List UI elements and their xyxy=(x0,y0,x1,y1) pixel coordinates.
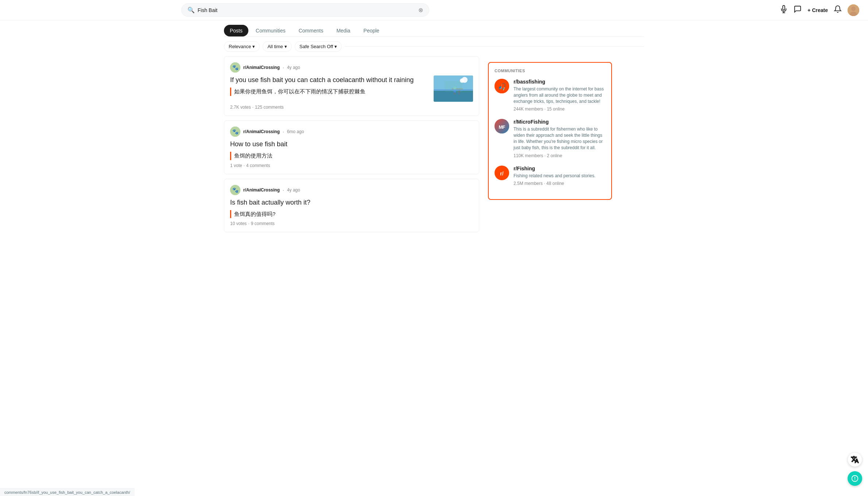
safe-search-filter[interactable]: Safe Search Off ▾ xyxy=(295,41,342,52)
comments-count: 125 comments xyxy=(255,105,284,110)
post-footer: 1 vote · 4 comments xyxy=(230,163,473,168)
search-tabs: Posts Communities Comments Media People xyxy=(224,20,644,37)
post-header: 🐾 r/AnimalCrossing · 4y ago xyxy=(230,185,473,195)
community-stats: 2.5M members · 48 online xyxy=(514,181,605,186)
search-input[interactable] xyxy=(198,7,415,13)
post-time: 4y ago xyxy=(287,65,300,70)
community-icon: r/ xyxy=(495,166,509,180)
chevron-down-icon: ▾ xyxy=(334,44,337,49)
relevance-filter[interactable]: Relevance ▾ xyxy=(224,41,260,52)
subreddit-name[interactable]: r/AnimalCrossing xyxy=(243,187,280,193)
tab-comments[interactable]: Comments xyxy=(293,25,329,36)
post-card[interactable]: 🐾 r/AnimalCrossing · 4y ago If you use f… xyxy=(224,56,479,116)
right-sidebar: COMMUNITIES 🎣 r/bassfishing The largest … xyxy=(488,62,612,237)
clear-icon[interactable]: ⊗ xyxy=(418,7,423,13)
create-label: + Create xyxy=(807,7,828,13)
post-subtitle: 如果你使用鱼饵，你可以在不下雨的情况下捕获腔棘鱼 xyxy=(230,88,428,96)
post-subtitle: 鱼饵的使用方法 xyxy=(230,152,473,160)
post-header: 🐾 r/AnimalCrossing · 4y ago xyxy=(230,62,473,73)
post-title: How to use fish bait xyxy=(230,140,473,149)
chevron-down-icon: ▾ xyxy=(252,44,255,49)
community-name: r/Fishing xyxy=(514,166,605,171)
post-text: If you use fish bait you can catch a coe… xyxy=(230,75,428,102)
community-item[interactable]: r/ r/Fishing Fishing related news and pe… xyxy=(495,166,605,186)
search-icon: 🔍 xyxy=(187,7,195,13)
svg-text:🐾: 🐾 xyxy=(232,187,239,193)
community-name: r/MicroFishing xyxy=(514,119,605,125)
community-info: r/MicroFishing This is a subreddit for f… xyxy=(514,119,605,158)
header: 🔍 ⊗ + Create xyxy=(0,0,868,20)
post-thumbnail xyxy=(434,75,473,102)
tab-posts[interactable]: Posts xyxy=(224,25,248,36)
svg-text:🐾: 🐾 xyxy=(232,65,239,71)
community-item[interactable]: 🎣 r/bassfishing The largest community on… xyxy=(495,79,605,112)
votes-count: 10 votes xyxy=(230,221,247,226)
post-time: 6mo ago xyxy=(287,129,304,134)
post-body: If you use fish bait you can catch a coe… xyxy=(230,75,473,102)
chevron-down-icon: ▾ xyxy=(284,44,287,49)
subreddit-avatar: 🐾 xyxy=(230,127,240,137)
time-filter[interactable]: All time ▾ xyxy=(263,41,292,52)
community-icon: MF xyxy=(495,119,509,133)
community-stats: 244K members · 15 online xyxy=(514,106,605,112)
community-description: The largest community on the internet fo… xyxy=(514,86,605,104)
header-right: + Create xyxy=(780,4,859,16)
community-description: This is a subreddit for fishermen who li… xyxy=(514,126,605,151)
subreddit-avatar: 🐾 xyxy=(230,185,240,195)
community-item[interactable]: MF r/MicroFishing This is a subreddit fo… xyxy=(495,119,605,158)
svg-rect-15 xyxy=(434,75,473,91)
post-title: If you use fish bait you can catch a coe… xyxy=(230,75,428,85)
post-time: 4y ago xyxy=(287,187,300,193)
post-title: Is fish bait actually worth it? xyxy=(230,198,473,207)
user-avatar[interactable] xyxy=(848,4,859,16)
community-icon: 🎣 xyxy=(495,79,509,93)
community-info: r/Fishing Fishing related news and perso… xyxy=(514,166,605,186)
subreddit-name[interactable]: r/AnimalCrossing xyxy=(243,129,280,134)
post-subtitle: 鱼饵真的值得吗? xyxy=(230,210,473,218)
community-info: r/bassfishing The largest community on t… xyxy=(514,79,605,112)
post-card[interactable]: 🐾 r/AnimalCrossing · 6mo ago How to use … xyxy=(224,120,479,174)
svg-text:🎣: 🎣 xyxy=(498,83,506,91)
svg-point-17 xyxy=(460,78,464,83)
comments-count: 9 comments xyxy=(251,221,275,226)
votes-count: 1 vote xyxy=(230,163,242,168)
chat-icon[interactable] xyxy=(794,5,802,15)
community-name: r/bassfishing xyxy=(514,79,605,85)
voice-search-icon[interactable] xyxy=(780,5,788,15)
votes-count: 2.7K votes xyxy=(230,105,251,110)
comments-count: 4 comments xyxy=(246,163,270,168)
post-card[interactable]: 🐾 r/AnimalCrossing · 4y ago Is fish bait… xyxy=(224,179,479,233)
tab-media[interactable]: Media xyxy=(330,25,356,36)
subreddit-avatar: 🐾 xyxy=(230,62,240,73)
tab-communities[interactable]: Communities xyxy=(250,25,291,36)
search-bar[interactable]: 🔍 ⊗ xyxy=(181,3,429,17)
post-footer: 10 votes · 9 comments xyxy=(230,221,473,226)
communities-box: COMMUNITIES 🎣 r/bassfishing The largest … xyxy=(488,62,612,200)
notifications-icon[interactable] xyxy=(834,5,842,15)
tab-people[interactable]: People xyxy=(358,25,385,36)
content-area: 🐾 r/AnimalCrossing · 4y ago If you use f… xyxy=(224,56,644,237)
filters-bar: Relevance ▾ All time ▾ Safe Search Off ▾ xyxy=(224,37,644,56)
filter-divider xyxy=(345,46,644,47)
communities-section-title: COMMUNITIES xyxy=(495,69,605,73)
post-header: 🐾 r/AnimalCrossing · 6mo ago xyxy=(230,127,473,137)
post-text: Is fish bait actually worth it? 鱼饵真的值得吗? xyxy=(230,198,473,218)
subreddit-name[interactable]: r/AnimalCrossing xyxy=(243,65,280,70)
community-description: Fishing related news and personal storie… xyxy=(514,173,605,179)
create-button[interactable]: + Create xyxy=(807,7,828,13)
svg-text:🐾: 🐾 xyxy=(232,129,239,135)
post-text: How to use fish bait 鱼饵的使用方法 xyxy=(230,140,473,160)
community-stats: 110K members · 2 online xyxy=(514,153,605,158)
svg-text:r/: r/ xyxy=(500,170,503,176)
post-footer: 2.7K votes · 125 comments xyxy=(230,105,473,110)
svg-point-3 xyxy=(851,7,856,11)
posts-column: 🐾 r/AnimalCrossing · 4y ago If you use f… xyxy=(224,56,479,237)
svg-text:MF: MF xyxy=(499,124,505,130)
